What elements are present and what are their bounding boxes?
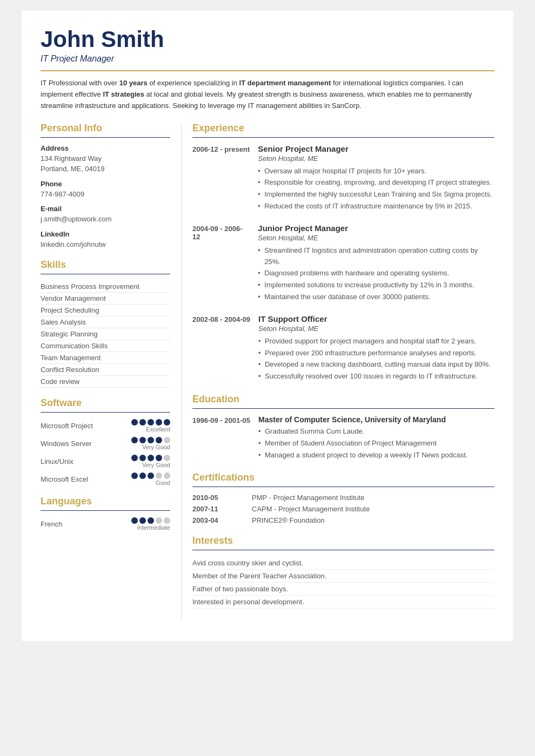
education-title: Education	[192, 394, 494, 405]
certification-name: CAPM - Project Management Institute	[252, 505, 370, 513]
candidate-name: John Smith	[41, 27, 494, 52]
certification-date: 2003-04	[192, 516, 244, 524]
software-divider	[41, 412, 170, 413]
resume-container: John Smith IT Project Manager IT Profess…	[22, 11, 513, 641]
address-line1: 134 Rightward Way	[41, 153, 170, 164]
dot-empty	[164, 473, 170, 479]
dot-filled	[156, 419, 162, 426]
dot-filled	[131, 517, 138, 524]
experience-bullet-item: Provided support for project managers an…	[258, 336, 491, 347]
experience-bullet-item: Maintained the user database of over 300…	[258, 292, 494, 303]
experience-divider	[192, 137, 494, 138]
certifications-title: Certifications	[192, 472, 494, 483]
experience-bullet-item: Diagnosed problems with hardware and ope…	[258, 268, 494, 279]
skill-item: Sales Analysis	[41, 316, 170, 328]
dot-filled	[156, 455, 162, 461]
email-label: E-mail	[41, 205, 170, 213]
skills-section: Skills Business Process ImprovementVendo…	[41, 259, 170, 388]
certification-entry: 2010-05PMP - Project Management Institut…	[192, 494, 494, 502]
education-bullets: Graduated Summa Cum Laude.Member of Stud…	[258, 426, 468, 461]
experience-job-title: Senior Project Manager	[258, 144, 492, 153]
software-name: Microsoft Project	[41, 422, 95, 430]
skill-item: Team Management	[41, 352, 170, 364]
software-list: Microsoft ProjectExcellentWindows Server…	[41, 419, 170, 486]
skills-divider	[41, 274, 170, 274]
education-section: Education 1996-09 - 2001-05Master of Com…	[192, 394, 494, 461]
dot-filled	[148, 473, 154, 479]
experience-company: Seton Hospital, ME	[258, 234, 494, 242]
experience-content: Senior Project ManagerSeton Hospital, ME…	[258, 144, 492, 213]
software-level-label: Very Good	[142, 444, 170, 450]
software-level-label: Excellent	[146, 426, 170, 433]
dot-filled	[148, 437, 154, 443]
interests-section: Interests Avid cross country skier and c…	[192, 535, 494, 609]
dot-filled	[131, 455, 138, 461]
certification-name: PRINCE2® Foundation	[252, 516, 325, 524]
experience-title: Experience	[192, 123, 494, 134]
experience-entry: 2002-08 - 2004-09IT Support OfficerSeton…	[192, 314, 494, 383]
dot-filled	[139, 419, 146, 426]
certification-date: 2010-05	[192, 494, 244, 502]
address-line2: Portland, ME, 04019	[41, 164, 170, 174]
experience-bullet-item: Successfully resolved over 100 issues in…	[258, 371, 491, 382]
experience-date: 2002-08 - 2004-09	[192, 314, 250, 383]
candidate-title: IT Project Manager	[41, 54, 494, 64]
header-divider	[41, 70, 494, 71]
skill-item: Conflict Resolution	[41, 364, 170, 376]
education-divider	[192, 408, 494, 409]
software-rating: Good	[131, 473, 170, 486]
experience-list: 2006-12 - presentSenior Project ManagerS…	[192, 144, 494, 383]
interest-item: Interested in personal development.	[192, 596, 494, 609]
interest-item: Avid cross country skier and cyclist.	[192, 557, 494, 570]
software-rating: Excellent	[131, 419, 170, 433]
certifications-list: 2010-05PMP - Project Management Institut…	[192, 494, 494, 524]
dot-filled	[131, 437, 138, 443]
experience-content: IT Support OfficerSeton Hospital, MEProv…	[258, 314, 491, 383]
main-layout: Personal Info Address 134 Rightward Way …	[41, 123, 494, 620]
languages-section: Languages FrenchIntermediate	[41, 496, 170, 531]
left-column: Personal Info Address 134 Rightward Way …	[41, 123, 181, 620]
linkedin-value: linkedin.com/johnutw	[41, 239, 170, 250]
dot-empty	[156, 517, 162, 524]
experience-bullets: Streamlined IT logistics and administrat…	[258, 245, 494, 303]
email-value: j.smith@uptowork.com	[41, 214, 170, 225]
education-entry: 1996-09 - 2001-05Master of Computer Scie…	[192, 415, 494, 461]
experience-date: 2004-09 - 2006-12	[192, 224, 250, 303]
experience-bullet-item: Prepared over 200 infrastructure perform…	[258, 348, 491, 359]
software-rating: Very Good	[131, 437, 170, 450]
dot-filled	[139, 437, 146, 443]
software-level-label: Good	[156, 480, 170, 486]
experience-job-title: IT Support Officer	[258, 314, 491, 323]
dot-empty	[164, 455, 170, 461]
language-name: French	[41, 520, 95, 528]
education-bullet-item: Graduated Summa Cum Laude.	[258, 426, 468, 437]
certification-date: 2007-11	[192, 505, 244, 513]
experience-bullet-item: Implemented the highly successful Lean T…	[258, 189, 492, 200]
experience-bullet-item: Reduced the costs of IT infrastructure m…	[258, 201, 492, 212]
language-item: FrenchIntermediate	[41, 517, 170, 531]
software-rating: Very Good	[131, 455, 170, 468]
dot-filled	[148, 419, 154, 426]
dot-empty	[156, 473, 162, 479]
dot-filled	[131, 473, 138, 479]
skills-title: Skills	[41, 259, 170, 271]
experience-bullet-item: Oversaw all major hospital IT projects f…	[258, 166, 492, 177]
dot-filled	[139, 455, 146, 461]
dot-filled	[156, 437, 162, 443]
certifications-divider	[192, 487, 494, 487]
personal-info-divider	[41, 137, 170, 138]
interest-item: Member of the Parent Teacher Association…	[192, 570, 494, 583]
skills-list: Business Process ImprovementVendor Manag…	[41, 281, 170, 388]
education-date: 1996-09 - 2001-05	[192, 415, 250, 461]
certifications-section: Certifications 2010-05PMP - Project Mana…	[192, 472, 494, 524]
experience-section: Experience 2006-12 - presentSenior Proje…	[192, 123, 494, 383]
interests-title: Interests	[192, 535, 494, 546]
education-list: 1996-09 - 2001-05Master of Computer Scie…	[192, 415, 494, 461]
languages-divider	[41, 510, 170, 511]
skill-item: Strategic Planning	[41, 328, 170, 340]
linkedin-label: LinkedIn	[41, 230, 170, 238]
software-level-label: Very Good	[142, 462, 170, 468]
software-name: Linux/Unix	[41, 457, 95, 465]
personal-info-title: Personal Info	[41, 123, 170, 134]
interests-divider	[192, 550, 494, 550]
